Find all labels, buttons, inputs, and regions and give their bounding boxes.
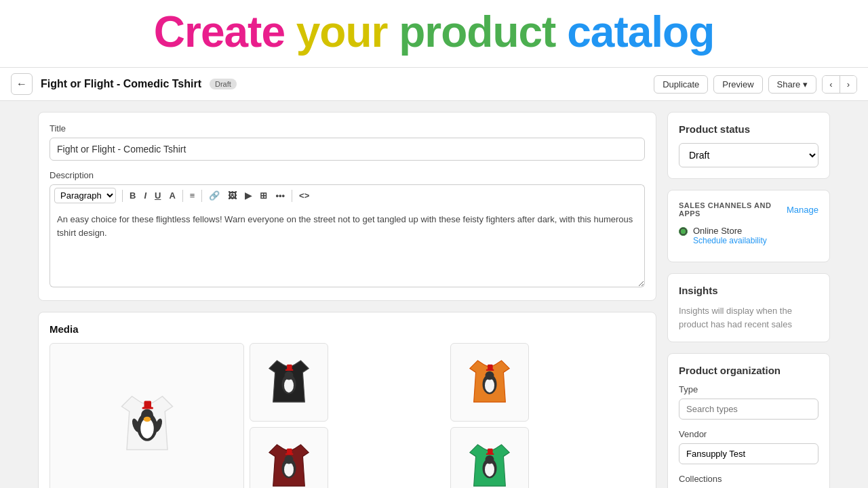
svg-point-25	[485, 455, 494, 464]
banner-word-4: catalog	[567, 7, 714, 56]
toolbar-divider-3	[201, 190, 202, 202]
svg-rect-5	[144, 401, 151, 409]
font-color-button[interactable]: A	[165, 188, 178, 203]
svg-point-14	[485, 378, 494, 392]
main-content: Title Description Paragraph B I U A ≡ 🔗 …	[27, 101, 841, 488]
online-store-radio[interactable]	[679, 227, 688, 236]
italic-button[interactable]: I	[140, 188, 150, 203]
nav-arrows: ‹ ›	[822, 75, 857, 94]
sales-channels-card: SALES CHANNELS AND APPS Manage Online St…	[667, 190, 830, 262]
insights-text: Insights will display when the product h…	[679, 304, 818, 331]
vendor-label: Vendor	[679, 429, 818, 439]
banner-word-2: your	[296, 7, 388, 56]
product-status-select[interactable]: Draft Active	[679, 143, 818, 167]
draft-badge: Draft	[210, 79, 237, 89]
share-button[interactable]: Share ▾	[768, 75, 817, 94]
type-label: Type	[679, 384, 818, 394]
align-button[interactable]: ≡	[186, 188, 199, 203]
preview-button[interactable]: Preview	[713, 75, 762, 94]
link-button[interactable]: 🔗	[205, 188, 223, 203]
page-toolbar: ← Fight or Flight - Comedic Tshirt Draft…	[0, 68, 868, 101]
paragraph-select[interactable]: Paragraph	[54, 188, 116, 203]
image-button[interactable]: 🖼	[224, 188, 240, 203]
media-grid	[50, 343, 645, 488]
toolbar-divider-2	[182, 190, 183, 202]
insights-card: Insights Insights will display when the …	[667, 273, 830, 342]
svg-point-20	[285, 455, 294, 464]
back-button[interactable]: ←	[11, 73, 33, 95]
svg-point-19	[284, 462, 294, 476]
banner-word-3: product	[399, 7, 555, 56]
vendor-input[interactable]	[679, 443, 818, 464]
code-button[interactable]: <>	[296, 188, 313, 203]
prev-button[interactable]: ‹	[823, 76, 840, 93]
right-panel: Product status Draft Active SALES CHANNE…	[667, 112, 830, 488]
svg-point-15	[485, 371, 494, 380]
media-item-dark[interactable]	[250, 343, 328, 422]
bold-button[interactable]: B	[126, 188, 139, 203]
description-textarea[interactable]: An easy choice for these flightless fell…	[50, 206, 645, 287]
description-toolbar: Paragraph B I U A ≡ 🔗 🖼 ▶ ⊞ ••• <>	[50, 184, 645, 206]
collections-label: Collections	[679, 474, 818, 484]
svg-rect-22	[287, 449, 292, 454]
channel-info: Online Store Schedule availability	[693, 226, 767, 245]
svg-rect-17	[488, 365, 493, 370]
svg-point-24	[485, 462, 494, 476]
more-button[interactable]: •••	[272, 188, 288, 203]
banner-word-1: Create	[154, 7, 285, 56]
vendor-field: Vendor	[679, 429, 818, 464]
channel-row: Online Store Schedule availability	[679, 226, 818, 245]
media-item-darkred[interactable]	[250, 427, 328, 488]
product-status-card: Product status Draft Active	[667, 112, 830, 179]
banner-title: Create your product catalog	[0, 7, 868, 57]
type-input[interactable]	[679, 399, 818, 420]
sales-header: SALES CHANNELS AND APPS Manage	[679, 201, 818, 218]
description-label: Description	[50, 170, 645, 180]
schedule-availability-link[interactable]: Schedule availability	[693, 236, 767, 245]
video-button[interactable]: ▶	[241, 188, 255, 203]
underline-button[interactable]: U	[151, 188, 164, 203]
table-button[interactable]: ⊞	[256, 188, 271, 203]
svg-rect-27	[488, 449, 493, 454]
header-banner: Create your product catalog	[0, 0, 868, 68]
media-title: Media	[50, 323, 645, 335]
manage-link[interactable]: Manage	[787, 205, 818, 215]
insights-title: Insights	[679, 285, 818, 296]
title-input[interactable]	[50, 138, 645, 161]
chevron-down-icon: ▾	[803, 79, 808, 89]
product-org-card: Product organization Type Vendor Collect…	[667, 353, 830, 488]
media-item-main[interactable]	[50, 343, 244, 488]
page-title: Fight or Flight - Comedic Tshirt	[41, 78, 201, 90]
collections-field: Collections	[679, 474, 818, 488]
media-item-green[interactable]	[450, 427, 529, 488]
sales-channels-title: SALES CHANNELS AND APPS	[679, 201, 787, 218]
title-label: Title	[50, 123, 645, 134]
product-status-title: Product status	[679, 123, 818, 135]
product-org-title: Product organization	[679, 365, 818, 376]
left-panel: Title Description Paragraph B I U A ≡ 🔗 …	[38, 112, 656, 488]
product-details-card: Title Description Paragraph B I U A ≡ 🔗 …	[38, 112, 656, 301]
toolbar-divider-1	[122, 190, 123, 202]
next-button[interactable]: ›	[840, 76, 856, 93]
svg-point-10	[285, 371, 294, 380]
toolbar-divider-4	[292, 190, 292, 202]
media-item-orange[interactable]	[450, 343, 529, 422]
svg-point-9	[284, 378, 294, 392]
channel-name: Online Store	[693, 226, 767, 236]
toolbar-actions: Duplicate Preview Share ▾ ‹ ›	[654, 75, 857, 94]
svg-rect-12	[287, 365, 292, 370]
type-field: Type	[679, 384, 818, 420]
duplicate-button[interactable]: Duplicate	[654, 75, 708, 94]
svg-point-3	[143, 417, 151, 422]
media-card: Media	[38, 312, 656, 488]
